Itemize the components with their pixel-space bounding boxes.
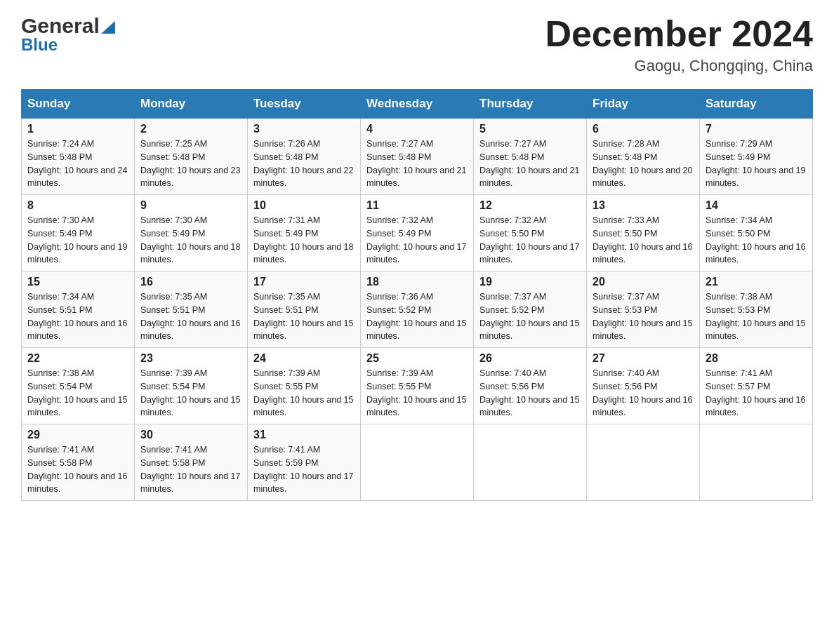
day-info: Sunrise: 7:41 AMSunset: 5:58 PMDaylight:… xyxy=(27,443,128,496)
day-info: Sunrise: 7:41 AMSunset: 5:59 PMDaylight:… xyxy=(253,443,355,496)
day-info: Sunrise: 7:40 AMSunset: 5:56 PMDaylight:… xyxy=(479,367,581,420)
calendar-cell: 28Sunrise: 7:41 AMSunset: 5:57 PMDayligh… xyxy=(700,348,813,424)
day-number: 19 xyxy=(479,276,581,288)
day-info: Sunrise: 7:40 AMSunset: 5:56 PMDaylight:… xyxy=(593,367,694,420)
calendar-cell: 12Sunrise: 7:32 AMSunset: 5:50 PMDayligh… xyxy=(474,195,587,271)
calendar-cell: 20Sunrise: 7:37 AMSunset: 5:53 PMDayligh… xyxy=(587,271,700,348)
header-wednesday: Wednesday xyxy=(361,90,474,119)
day-number: 14 xyxy=(706,199,807,212)
day-info: Sunrise: 7:28 AMSunset: 5:48 PMDaylight:… xyxy=(593,137,694,190)
day-number: 15 xyxy=(27,276,128,288)
day-number: 3 xyxy=(253,123,355,135)
day-number: 9 xyxy=(140,199,241,212)
day-number: 31 xyxy=(253,429,355,441)
calendar-cell: 23Sunrise: 7:39 AMSunset: 5:54 PMDayligh… xyxy=(135,348,248,424)
calendar-week-row: 1Sunrise: 7:24 AMSunset: 5:48 PMDaylight… xyxy=(22,119,813,195)
logo-general: General xyxy=(21,14,100,38)
day-info: Sunrise: 7:37 AMSunset: 5:52 PMDaylight:… xyxy=(479,290,581,343)
day-info: Sunrise: 7:37 AMSunset: 5:53 PMDaylight:… xyxy=(593,290,694,343)
day-number: 22 xyxy=(27,352,128,365)
calendar-cell: 17Sunrise: 7:35 AMSunset: 5:51 PMDayligh… xyxy=(248,271,361,348)
calendar-cell: 11Sunrise: 7:32 AMSunset: 5:49 PMDayligh… xyxy=(361,195,474,271)
calendar-week-row: 29Sunrise: 7:41 AMSunset: 5:58 PMDayligh… xyxy=(22,424,813,501)
day-number: 25 xyxy=(366,352,468,365)
day-info: Sunrise: 7:30 AMSunset: 5:49 PMDaylight:… xyxy=(27,214,128,267)
day-info: Sunrise: 7:41 AMSunset: 5:58 PMDaylight:… xyxy=(140,443,241,496)
calendar-cell xyxy=(361,424,474,501)
day-number: 17 xyxy=(253,276,355,288)
day-number: 5 xyxy=(479,123,581,135)
day-info: Sunrise: 7:27 AMSunset: 5:48 PMDaylight:… xyxy=(366,137,468,190)
logo-triangle-icon xyxy=(101,18,115,34)
day-info: Sunrise: 7:35 AMSunset: 5:51 PMDaylight:… xyxy=(140,290,241,343)
calendar-cell: 1Sunrise: 7:24 AMSunset: 5:48 PMDaylight… xyxy=(22,119,135,195)
header-thursday: Thursday xyxy=(474,90,587,119)
day-number: 26 xyxy=(479,352,581,365)
day-number: 20 xyxy=(593,276,694,288)
calendar-cell xyxy=(587,424,700,501)
calendar-week-row: 8Sunrise: 7:30 AMSunset: 5:49 PMDaylight… xyxy=(22,195,813,271)
day-number: 29 xyxy=(27,429,128,441)
page-header: General Blue December 2024 Gaogu, Chongq… xyxy=(21,14,813,75)
day-info: Sunrise: 7:25 AMSunset: 5:48 PMDaylight:… xyxy=(140,137,241,190)
day-info: Sunrise: 7:39 AMSunset: 5:55 PMDaylight:… xyxy=(253,367,355,420)
calendar-header-row: SundayMondayTuesdayWednesdayThursdayFrid… xyxy=(22,90,813,119)
calendar-cell: 9Sunrise: 7:30 AMSunset: 5:49 PMDaylight… xyxy=(135,195,248,271)
day-number: 23 xyxy=(140,352,241,365)
day-info: Sunrise: 7:39 AMSunset: 5:54 PMDaylight:… xyxy=(140,367,241,420)
day-info: Sunrise: 7:38 AMSunset: 5:53 PMDaylight:… xyxy=(706,290,807,343)
calendar-cell xyxy=(474,424,587,501)
day-info: Sunrise: 7:29 AMSunset: 5:49 PMDaylight:… xyxy=(706,137,807,190)
calendar-cell: 30Sunrise: 7:41 AMSunset: 5:58 PMDayligh… xyxy=(135,424,248,501)
svg-marker-0 xyxy=(101,21,115,34)
day-info: Sunrise: 7:32 AMSunset: 5:50 PMDaylight:… xyxy=(479,214,581,267)
logo: General Blue xyxy=(21,14,115,55)
day-number: 18 xyxy=(366,276,468,288)
day-info: Sunrise: 7:30 AMSunset: 5:49 PMDaylight:… xyxy=(140,214,241,267)
day-info: Sunrise: 7:38 AMSunset: 5:54 PMDaylight:… xyxy=(27,367,128,420)
day-number: 27 xyxy=(593,352,694,365)
calendar-cell: 19Sunrise: 7:37 AMSunset: 5:52 PMDayligh… xyxy=(474,271,587,348)
day-number: 16 xyxy=(140,276,241,288)
header-saturday: Saturday xyxy=(700,90,813,119)
day-number: 28 xyxy=(706,352,807,365)
day-info: Sunrise: 7:27 AMSunset: 5:48 PMDaylight:… xyxy=(479,137,581,190)
calendar-subtitle: Gaogu, Chongqing, China xyxy=(545,57,813,75)
day-number: 21 xyxy=(706,276,807,288)
calendar-cell: 3Sunrise: 7:26 AMSunset: 5:48 PMDaylight… xyxy=(248,119,361,195)
day-info: Sunrise: 7:32 AMSunset: 5:49 PMDaylight:… xyxy=(366,214,468,267)
day-info: Sunrise: 7:26 AMSunset: 5:48 PMDaylight:… xyxy=(253,137,355,190)
day-info: Sunrise: 7:33 AMSunset: 5:50 PMDaylight:… xyxy=(593,214,694,267)
logo-blue: Blue xyxy=(21,35,58,55)
day-info: Sunrise: 7:39 AMSunset: 5:55 PMDaylight:… xyxy=(366,367,468,420)
day-info: Sunrise: 7:34 AMSunset: 5:51 PMDaylight:… xyxy=(27,290,128,343)
day-info: Sunrise: 7:31 AMSunset: 5:49 PMDaylight:… xyxy=(253,214,355,267)
calendar-cell: 18Sunrise: 7:36 AMSunset: 5:52 PMDayligh… xyxy=(361,271,474,348)
day-number: 7 xyxy=(706,123,807,135)
calendar-cell: 4Sunrise: 7:27 AMSunset: 5:48 PMDaylight… xyxy=(361,119,474,195)
day-number: 1 xyxy=(27,123,128,135)
day-info: Sunrise: 7:36 AMSunset: 5:52 PMDaylight:… xyxy=(366,290,468,343)
calendar-cell: 24Sunrise: 7:39 AMSunset: 5:55 PMDayligh… xyxy=(248,348,361,424)
calendar-cell: 8Sunrise: 7:30 AMSunset: 5:49 PMDaylight… xyxy=(22,195,135,271)
calendar-cell: 31Sunrise: 7:41 AMSunset: 5:59 PMDayligh… xyxy=(248,424,361,501)
calendar-week-row: 22Sunrise: 7:38 AMSunset: 5:54 PMDayligh… xyxy=(22,348,813,424)
calendar-cell: 13Sunrise: 7:33 AMSunset: 5:50 PMDayligh… xyxy=(587,195,700,271)
day-number: 30 xyxy=(140,429,241,441)
header-friday: Friday xyxy=(587,90,700,119)
title-block: December 2024 Gaogu, Chongqing, China xyxy=(545,14,813,75)
calendar-cell: 5Sunrise: 7:27 AMSunset: 5:48 PMDaylight… xyxy=(474,119,587,195)
day-info: Sunrise: 7:41 AMSunset: 5:57 PMDaylight:… xyxy=(706,367,807,420)
calendar-cell: 2Sunrise: 7:25 AMSunset: 5:48 PMDaylight… xyxy=(135,119,248,195)
calendar-cell: 16Sunrise: 7:35 AMSunset: 5:51 PMDayligh… xyxy=(135,271,248,348)
calendar-cell: 22Sunrise: 7:38 AMSunset: 5:54 PMDayligh… xyxy=(22,348,135,424)
calendar-cell: 26Sunrise: 7:40 AMSunset: 5:56 PMDayligh… xyxy=(474,348,587,424)
calendar-cell: 10Sunrise: 7:31 AMSunset: 5:49 PMDayligh… xyxy=(248,195,361,271)
calendar-cell: 29Sunrise: 7:41 AMSunset: 5:58 PMDayligh… xyxy=(22,424,135,501)
calendar-cell: 15Sunrise: 7:34 AMSunset: 5:51 PMDayligh… xyxy=(22,271,135,348)
calendar-cell: 27Sunrise: 7:40 AMSunset: 5:56 PMDayligh… xyxy=(587,348,700,424)
day-number: 4 xyxy=(366,123,468,135)
day-number: 24 xyxy=(253,352,355,365)
day-number: 13 xyxy=(593,199,694,212)
calendar-cell: 6Sunrise: 7:28 AMSunset: 5:48 PMDaylight… xyxy=(587,119,700,195)
